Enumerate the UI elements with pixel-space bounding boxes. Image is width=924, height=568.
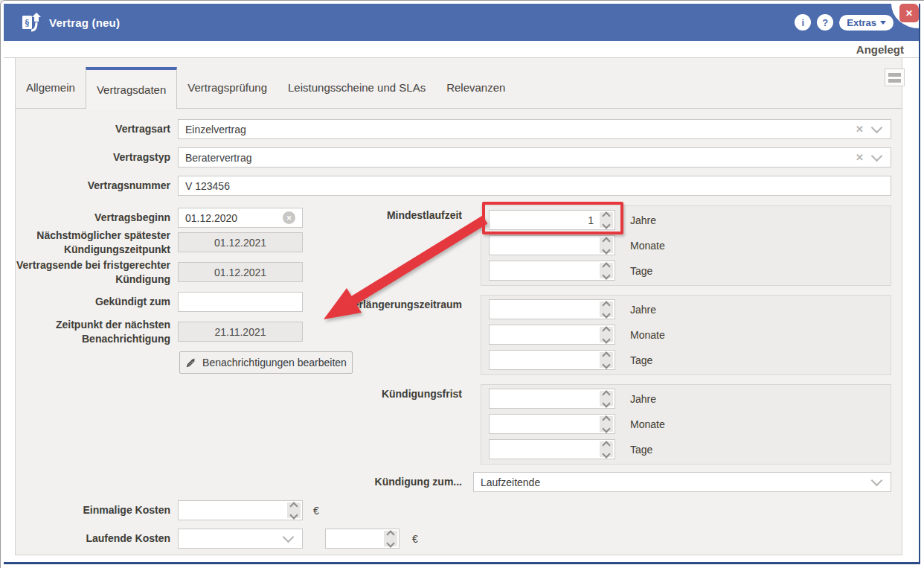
clear-date-icon[interactable]: ✕ [283, 211, 295, 224]
spin-down-button[interactable] [602, 246, 610, 254]
info-icon: i [801, 17, 804, 28]
tab-vertragspruefung[interactable]: Vertragsprüfung [177, 67, 277, 108]
vertragsnummer-input[interactable] [178, 176, 891, 196]
spin-down-button[interactable] [602, 424, 610, 433]
chevron-down-icon [880, 21, 886, 25]
gekuendigt-input[interactable] [178, 292, 303, 312]
window-title: Vertrag (neu) [49, 16, 120, 29]
spinner-buttons [600, 237, 613, 253]
zeitpunkt-value: 21.11.2021 [178, 322, 303, 342]
spin-up-button[interactable] [602, 390, 610, 398]
close-icon: ✕ [905, 8, 913, 19]
dialog-window: § Vertrag (neu) i ? Extras ✕ Angelegt Al… [0, 0, 924, 568]
verlaengerung-group: Jahre Monate Tage [481, 295, 891, 375]
layout-toggle-icon[interactable] [885, 68, 905, 86]
spin-down-button[interactable] [602, 271, 610, 279]
spinner-buttons [600, 352, 613, 368]
tab-leistungsscheine[interactable]: Leistungsscheine und SLAs [277, 67, 436, 108]
tab-vertragsdaten[interactable]: Vertragsdaten [86, 67, 177, 109]
laufende-kosten-amount-input[interactable] [325, 529, 400, 549]
status-badge: Angelegt [856, 43, 904, 56]
clear-icon[interactable]: ✕ [853, 124, 867, 135]
chevron-down-icon[interactable] [871, 150, 883, 162]
spin-down-button[interactable] [386, 539, 394, 547]
vertragsbeginn-label: Vertragsbeginn [16, 208, 170, 228]
extras-label: Extras [847, 17, 876, 28]
verlaengerung-label: Verlängerungszeitraum [298, 295, 462, 315]
spin-up-button[interactable] [386, 530, 394, 538]
spin-up-button[interactable] [602, 351, 610, 360]
verlaengerung-jahre-input[interactable] [489, 299, 615, 319]
spin-up-button[interactable] [602, 415, 610, 424]
contract-icon: § [18, 10, 43, 35]
edit-slash-icon [185, 357, 196, 368]
currency-label: € [313, 500, 319, 520]
info-button[interactable]: i [795, 14, 811, 31]
red-highlight-box [482, 202, 623, 234]
spin-down-button[interactable] [602, 450, 610, 458]
verlaengerung-monate-input[interactable] [489, 325, 615, 345]
extras-button[interactable]: Extras [839, 15, 893, 31]
content-panel: Allgemein Vertragsdaten Vertragsprüfung … [15, 58, 902, 555]
vertragsende-label: Vertragsende bei fristgerechter Kündigun… [16, 257, 170, 287]
close-button[interactable]: ✕ [899, 4, 919, 22]
mindestlaufzeit-label: Mindestlaufzeit [298, 205, 462, 226]
status-strip: Angelegt [4, 41, 919, 58]
unit-label: Monate [630, 235, 665, 255]
svg-text:§: § [25, 18, 30, 28]
spin-up-button[interactable] [602, 441, 610, 449]
mindestlaufzeit-monate-input[interactable] [489, 235, 615, 255]
spinner-buttons [600, 263, 613, 278]
kuendigung-zum-label: Kündigung zum... [298, 472, 462, 492]
spinner-buttons [600, 327, 613, 342]
help-button[interactable]: ? [817, 14, 833, 31]
spinner-buttons [600, 441, 613, 457]
chevron-down-icon[interactable] [871, 475, 883, 487]
spinner-buttons [600, 391, 613, 406]
verlaengerung-tage-input[interactable] [489, 350, 615, 370]
tab-relevanzen[interactable]: Relevanzen [436, 67, 516, 108]
spin-up-button[interactable] [602, 301, 610, 309]
unit-label: Tage [630, 350, 652, 370]
spin-up-button[interactable] [602, 326, 610, 334]
vertragsart-select[interactable]: Einzelvertrag ✕ [178, 119, 891, 139]
help-icon: ? [822, 17, 828, 28]
clear-icon[interactable]: ✕ [853, 152, 867, 163]
vertragstyp-label: Vertragstyp [16, 147, 170, 167]
unit-label: Tage [630, 261, 652, 281]
chevron-down-icon[interactable] [283, 532, 295, 543]
laufende-kosten-select[interactable] [178, 529, 303, 549]
kuendigung-zum-select[interactable]: Laufzeitende [473, 472, 891, 492]
kuendigungsfrist-tage-input[interactable] [489, 439, 615, 459]
laufende-kosten-label: Laufende Kosten [16, 529, 170, 549]
unit-label: Monate [630, 325, 665, 345]
spin-up-button[interactable] [289, 502, 298, 510]
spin-down-button[interactable] [289, 511, 298, 519]
window-header: § Vertrag (neu) i ? Extras [4, 4, 919, 41]
spin-down-button[interactable] [602, 335, 610, 343]
tab-allgemein[interactable]: Allgemein [16, 67, 86, 108]
vertragsart-label: Vertragsart [16, 119, 170, 139]
unit-label: Tage [630, 439, 652, 459]
tab-bar: Allgemein Vertragsdaten Vertragsprüfung … [16, 67, 902, 109]
chevron-down-icon[interactable] [871, 122, 883, 134]
spinner-buttons [287, 502, 301, 518]
naechstmoeglicher-label: Nächstmöglicher spätester Kündigungszeit… [16, 227, 170, 258]
kuendigungsfrist-monate-input[interactable] [489, 414, 615, 434]
spin-up-button[interactable] [602, 237, 610, 245]
vertragstyp-select[interactable]: Beratervertrag ✕ [178, 147, 891, 167]
kuendigungsfrist-jahre-input[interactable] [489, 389, 615, 409]
spin-up-button[interactable] [602, 262, 610, 270]
spin-down-button[interactable] [602, 310, 610, 318]
mindestlaufzeit-tage-input[interactable] [489, 261, 615, 281]
einmalige-kosten-input[interactable] [178, 500, 303, 520]
spin-down-button[interactable] [602, 360, 610, 368]
spinner-buttons [600, 301, 613, 317]
benachrichtigungen-button[interactable]: Benachrichtigungen bearbeiten [179, 351, 353, 374]
currency-label: € [412, 529, 418, 549]
zeitpunkt-label: Zeitpunkt der nächsten Benachrichtigung [16, 316, 170, 347]
einmalige-kosten-label: Einmalige Kosten [16, 500, 170, 520]
spin-down-button[interactable] [602, 399, 610, 407]
vertragsbeginn-input[interactable]: 01.12.2020 ✕ [178, 208, 303, 228]
unit-label: Jahre [630, 210, 656, 230]
